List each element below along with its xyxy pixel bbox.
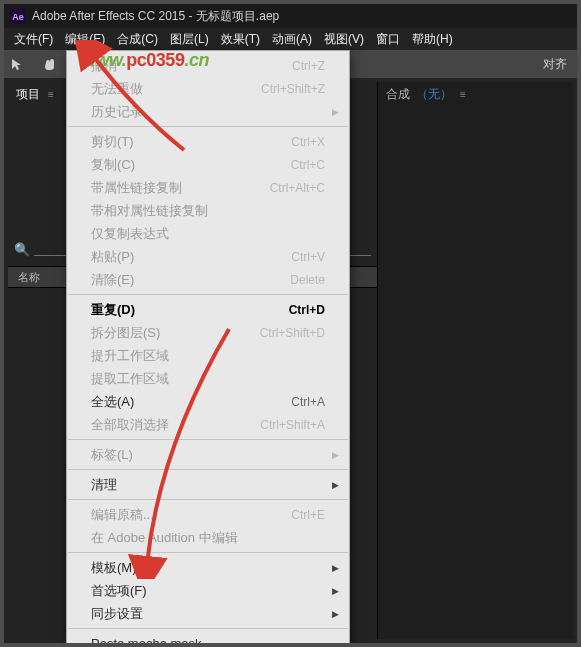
menu-item-label: 在 Adobe Audition 中编辑	[91, 529, 238, 547]
app-logo-icon: Ae	[10, 8, 26, 24]
menu-item-label: 清除(E)	[91, 271, 134, 289]
composition-viewer	[378, 106, 573, 639]
menu-item-label: 全选(A)	[91, 393, 134, 411]
menu-effect[interactable]: 效果(T)	[215, 29, 266, 50]
menu-item: 无法重做Ctrl+Shift+Z	[67, 77, 349, 100]
menu-item[interactable]: 同步设置	[67, 602, 349, 625]
edit-dropdown-menu: 撤消Ctrl+Z无法重做Ctrl+Shift+Z历史记录剪切(T)Ctrl+X复…	[66, 50, 350, 647]
menu-divider	[68, 628, 348, 629]
project-tab[interactable]: 项目	[16, 86, 40, 103]
menu-item-shortcut: Ctrl+Z	[292, 59, 325, 73]
menubar: 文件(F) 编辑(E) 合成(C) 图层(L) 效果(T) 动画(A) 视图(V…	[4, 28, 577, 50]
composition-none-label: （无）	[416, 86, 452, 103]
menu-item-shortcut: Ctrl+D	[289, 303, 325, 317]
menu-item[interactable]: Paste mocha mask	[67, 632, 349, 647]
menu-item-label: Paste mocha mask	[91, 636, 202, 647]
menu-item-label: 重复(D)	[91, 301, 135, 319]
menu-item-shortcut: Ctrl+X	[291, 135, 325, 149]
menu-item-label: 带属性链接复制	[91, 179, 182, 197]
menu-item-shortcut: Ctrl+Shift+D	[260, 326, 325, 340]
menu-divider	[68, 294, 348, 295]
composition-panel-header: 合成 （无） ≡	[378, 82, 573, 106]
menu-divider	[68, 469, 348, 470]
align-label[interactable]: 对齐	[543, 56, 567, 73]
menu-file[interactable]: 文件(F)	[8, 29, 59, 50]
menu-item-shortcut: Ctrl+Shift+A	[260, 418, 325, 432]
menu-help[interactable]: 帮助(H)	[406, 29, 459, 50]
menu-item: 复制(C)Ctrl+C	[67, 153, 349, 176]
menu-item: 在 Adobe Audition 中编辑	[67, 526, 349, 549]
hand-tool-icon[interactable]	[40, 55, 58, 73]
menu-item: 编辑原稿...Ctrl+E	[67, 503, 349, 526]
menu-item: 全部取消选择Ctrl+Shift+A	[67, 413, 349, 436]
menu-item-shortcut: Ctrl+A	[291, 395, 325, 409]
menu-view[interactable]: 视图(V)	[318, 29, 370, 50]
menu-item-label: 无法重做	[91, 80, 143, 98]
menu-item-label: 标签(L)	[91, 446, 133, 464]
menu-item: 剪切(T)Ctrl+X	[67, 130, 349, 153]
menu-item-shortcut: Ctrl+Alt+C	[270, 181, 325, 195]
menu-composition[interactable]: 合成(C)	[111, 29, 164, 50]
menu-item-label: 模板(M)	[91, 559, 137, 577]
menu-item-label: 历史记录	[91, 103, 143, 121]
titlebar: Ae Adobe After Effects CC 2015 - 无标题项目.a…	[4, 4, 577, 28]
panel-menu-icon[interactable]: ≡	[460, 89, 466, 100]
menu-divider	[68, 126, 348, 127]
panel-menu-icon[interactable]: ≡	[48, 89, 54, 100]
svg-text:Ae: Ae	[12, 12, 24, 22]
menu-item-label: 提取工作区域	[91, 370, 169, 388]
menu-item-label: 仅复制表达式	[91, 225, 169, 243]
menu-divider	[68, 439, 348, 440]
menu-item-label: 粘贴(P)	[91, 248, 134, 266]
menu-item-shortcut: Ctrl+E	[291, 508, 325, 522]
menu-item-label: 提升工作区域	[91, 347, 169, 365]
menu-item[interactable]: 首选项(F)	[67, 579, 349, 602]
composition-panel: 合成 （无） ≡	[378, 82, 573, 639]
menu-item-label: 拆分图层(S)	[91, 324, 160, 342]
menu-animation[interactable]: 动画(A)	[266, 29, 318, 50]
search-icon[interactable]: 🔍	[14, 242, 30, 257]
menu-item-label: 编辑原稿...	[91, 506, 154, 524]
menu-item-label: 同步设置	[91, 605, 143, 623]
menu-divider	[68, 552, 348, 553]
menu-item[interactable]: 清理	[67, 473, 349, 496]
menu-item-shortcut: Ctrl+C	[291, 158, 325, 172]
menu-item-label: 首选项(F)	[91, 582, 147, 600]
menu-item[interactable]: 模板(M)	[67, 556, 349, 579]
menu-item[interactable]: 全选(A)Ctrl+A	[67, 390, 349, 413]
menu-item-label: 撤消	[91, 57, 117, 75]
menu-item-label: 带相对属性链接复制	[91, 202, 208, 220]
menu-item-label: 复制(C)	[91, 156, 135, 174]
menu-item: 历史记录	[67, 100, 349, 123]
menu-layer[interactable]: 图层(L)	[164, 29, 215, 50]
menu-item: 撤消Ctrl+Z	[67, 54, 349, 77]
menu-item-shortcut: Ctrl+V	[291, 250, 325, 264]
menu-item: 标签(L)	[67, 443, 349, 466]
menu-item: 带属性链接复制Ctrl+Alt+C	[67, 176, 349, 199]
menu-window[interactable]: 窗口	[370, 29, 406, 50]
selection-tool-icon[interactable]	[8, 55, 26, 73]
window-title: Adobe After Effects CC 2015 - 无标题项目.aep	[32, 8, 279, 25]
menu-divider	[68, 499, 348, 500]
menu-item-label: 全部取消选择	[91, 416, 169, 434]
menu-item-shortcut: Ctrl+Shift+Z	[261, 82, 325, 96]
menu-item: 清除(E)Delete	[67, 268, 349, 291]
menu-item: 提升工作区域	[67, 344, 349, 367]
menu-item-label: 剪切(T)	[91, 133, 134, 151]
menu-item: 粘贴(P)Ctrl+V	[67, 245, 349, 268]
menu-item[interactable]: 重复(D)Ctrl+D	[67, 298, 349, 321]
menu-item: 带相对属性链接复制	[67, 199, 349, 222]
menu-item-shortcut: Delete	[290, 273, 325, 287]
composition-tab[interactable]: 合成	[386, 86, 410, 103]
menu-item-label: 清理	[91, 476, 117, 494]
menu-item: 提取工作区域	[67, 367, 349, 390]
menu-item: 拆分图层(S)Ctrl+Shift+D	[67, 321, 349, 344]
menu-item: 仅复制表达式	[67, 222, 349, 245]
menu-edit[interactable]: 编辑(E)	[59, 29, 111, 50]
